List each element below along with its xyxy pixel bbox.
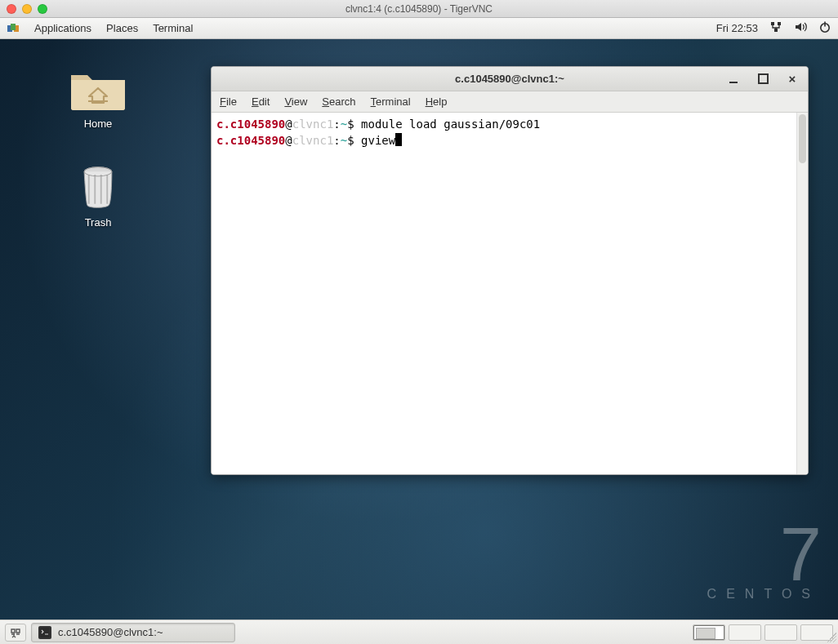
terminal-menubar: File Edit View Search Terminal Help	[212, 91, 808, 113]
network-icon[interactable]	[769, 20, 782, 36]
menu-file[interactable]: File	[220, 95, 237, 108]
terminal-cmd-1: gview	[361, 134, 395, 147]
terminal-body[interactable]: c.c1045890@clvnc1:~$ module load gaussia…	[212, 113, 808, 474]
workspace-2[interactable]	[729, 624, 761, 641]
menu-edit[interactable]: Edit	[252, 95, 270, 108]
desktop[interactable]: Home Trash 7 CENTOS c.c10	[0, 39, 838, 620]
centos-version: 7	[707, 528, 820, 580]
mac-traffic-lights	[7, 4, 47, 14]
menu-help[interactable]: Help	[426, 95, 448, 108]
svg-rect-2	[11, 24, 16, 30]
desktop-icons: Home Trash	[33, 64, 163, 229]
minimize-button[interactable]	[723, 71, 744, 87]
terminal-window: c.c1045890@clvnc1:~ × File Edit View Sea…	[211, 66, 809, 475]
power-icon[interactable]	[818, 20, 831, 36]
menu-search[interactable]: Search	[322, 95, 355, 108]
terminal-title: c.c1045890@clvnc1:~	[212, 73, 808, 85]
terminal-cursor	[395, 133, 402, 146]
gnome-bottom-panel: c.c1045890@clvnc1:~	[0, 620, 838, 644]
workspace-switcher	[693, 624, 833, 641]
mac-zoom-button[interactable]	[38, 4, 47, 14]
home-folder-label: Home	[84, 118, 113, 130]
terminal-line: c.c1045890@clvnc1:~$ gview	[216, 134, 402, 147]
menu-applications[interactable]: Applications	[34, 22, 91, 34]
volume-icon[interactable]	[794, 20, 807, 36]
terminal-cmd-0: module load gaussian/09c01	[361, 118, 540, 131]
svg-rect-4	[778, 22, 781, 25]
terminal-scrollbar[interactable]	[796, 113, 808, 474]
menu-view[interactable]: View	[284, 95, 307, 108]
scrollbar-thumb[interactable]	[799, 114, 806, 163]
terminal-task-icon	[38, 626, 51, 639]
menu-places[interactable]: Places	[106, 22, 138, 34]
home-folder-icon[interactable]: Home	[49, 64, 147, 130]
gnome-top-panel: Applications Places Terminal Fri 22:53	[0, 18, 838, 39]
vnc-viewport: Applications Places Terminal Fri 22:53	[0, 18, 838, 644]
workspace-1[interactable]	[693, 624, 725, 641]
trash-label: Trash	[85, 216, 112, 229]
applications-icon	[7, 22, 20, 35]
svg-rect-10	[40, 628, 50, 637]
trash-icon[interactable]: Trash	[49, 162, 147, 229]
maximize-button[interactable]	[752, 71, 773, 87]
terminal-line: c.c1045890@clvnc1:~$ module load gaussia…	[216, 118, 540, 131]
menu-active-app[interactable]: Terminal	[153, 22, 193, 34]
centos-name: CENTOS	[707, 587, 820, 602]
workspace-3[interactable]	[764, 624, 797, 641]
close-button[interactable]: ×	[782, 71, 803, 87]
mac-minimize-button[interactable]	[22, 4, 32, 14]
window-list-button[interactable]	[5, 624, 26, 642]
mac-window-title: clvnc1:4 (c.c1045890) - TigerVNC	[0, 3, 838, 15]
taskbar-terminal-button[interactable]: c.c1045890@clvnc1:~	[31, 623, 235, 642]
svg-rect-3	[771, 22, 774, 25]
menu-terminal[interactable]: Terminal	[371, 95, 411, 108]
resize-grip[interactable]	[827, 633, 836, 642]
mac-titlebar: clvnc1:4 (c.c1045890) - TigerVNC	[0, 0, 838, 18]
svg-rect-7	[824, 22, 826, 27]
mac-close-button[interactable]	[7, 4, 16, 14]
clock[interactable]: Fri 22:53	[716, 22, 758, 34]
centos-brand: 7 CENTOS	[707, 528, 820, 602]
taskbar-terminal-label: c.c1045890@clvnc1:~	[58, 626, 163, 638]
terminal-titlebar[interactable]: c.c1045890@clvnc1:~ ×	[212, 67, 808, 91]
